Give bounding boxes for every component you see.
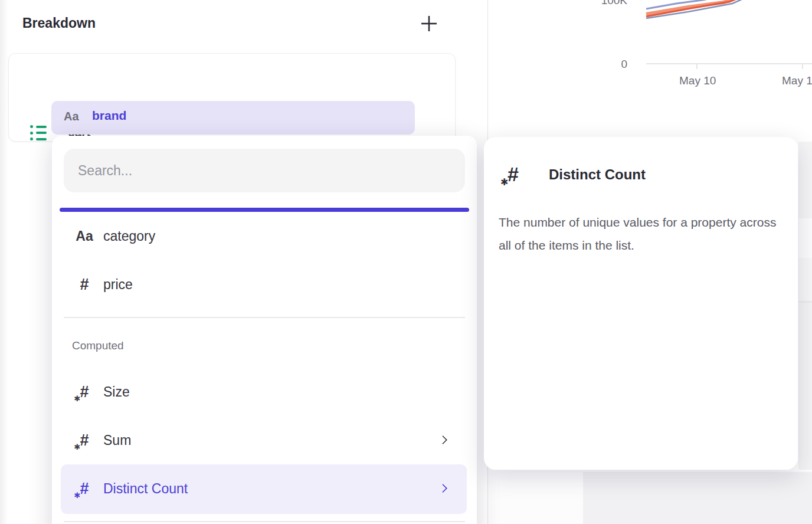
tooltip-description: The number of unique values for a proper… bbox=[499, 211, 782, 257]
computed-number-icon: #✱ bbox=[508, 164, 519, 184]
property-dropdown: Aa category # price Computed #✱ Size #✱ … bbox=[52, 136, 477, 524]
left-edge-shadow bbox=[0, 0, 8, 524]
plus-icon bbox=[420, 14, 438, 33]
computed-number-icon: #✱ bbox=[71, 416, 98, 464]
x-axis-tick-label: May 1 bbox=[782, 74, 812, 87]
computed-option-sum[interactable]: #✱ Sum bbox=[52, 416, 477, 464]
chart-series-line bbox=[646, 0, 747, 18]
property-description-tooltip: #✱ Distinct Count The number of unique v… bbox=[484, 137, 798, 470]
tooltip-title: Distinct Count bbox=[549, 166, 646, 183]
background-table-stripe bbox=[798, 258, 812, 301]
computed-option-label: Size bbox=[103, 368, 130, 416]
list-icon bbox=[30, 125, 47, 140]
chart-series-line bbox=[646, 0, 742, 17]
add-breakdown-button[interactable] bbox=[419, 14, 439, 34]
text-property-icon: Aa bbox=[71, 212, 98, 260]
text-property-icon: Aa bbox=[64, 110, 79, 123]
line-chart-region: 100K 0 May 10 May 1 bbox=[487, 0, 812, 100]
selected-property-label: brand bbox=[92, 109, 126, 123]
breakdown-card: cart Aa brand bbox=[8, 53, 456, 142]
background-table-stripe bbox=[798, 142, 812, 218]
search-input[interactable] bbox=[64, 149, 465, 192]
computed-number-icon: #✱ bbox=[71, 368, 98, 416]
breakdown-section-title: Breakdown bbox=[22, 15, 96, 31]
chevron-right-icon bbox=[438, 484, 448, 493]
dropdown-divider bbox=[64, 317, 465, 318]
y-axis-tick-label: 0 bbox=[621, 58, 627, 71]
line-chart bbox=[487, 0, 812, 100]
computed-option-label: Sum bbox=[103, 416, 131, 464]
number-property-icon: # bbox=[71, 260, 98, 309]
chevron-right-icon bbox=[438, 435, 448, 445]
computed-option-distinct-count[interactable]: #✱ Distinct Count bbox=[52, 464, 477, 513]
app-canvas: 100K 0 May 10 May 1 Breakdown cart Aa br… bbox=[0, 0, 812, 524]
background-table-stripe bbox=[798, 218, 812, 258]
computed-section-label: Computed bbox=[72, 339, 124, 352]
dropdown-divider bbox=[64, 521, 465, 522]
computed-option-label: Distinct Count bbox=[103, 464, 188, 513]
property-option-label: category bbox=[103, 212, 155, 260]
scrolled-selected-item-indicator bbox=[60, 208, 469, 212]
property-option-price[interactable]: # price bbox=[52, 260, 477, 309]
x-axis-tick-label: May 10 bbox=[679, 74, 716, 87]
property-option-category[interactable]: Aa category bbox=[52, 212, 477, 260]
computed-option-size[interactable]: #✱ Size bbox=[52, 368, 477, 416]
property-option-label: price bbox=[103, 260, 133, 309]
background-table-block bbox=[583, 472, 812, 524]
selected-property-chip[interactable]: Aa brand bbox=[51, 101, 415, 135]
y-axis-tick-label: 100K bbox=[601, 0, 627, 7]
computed-number-icon: #✱ bbox=[71, 464, 98, 513]
background-table-stripe bbox=[798, 303, 812, 470]
